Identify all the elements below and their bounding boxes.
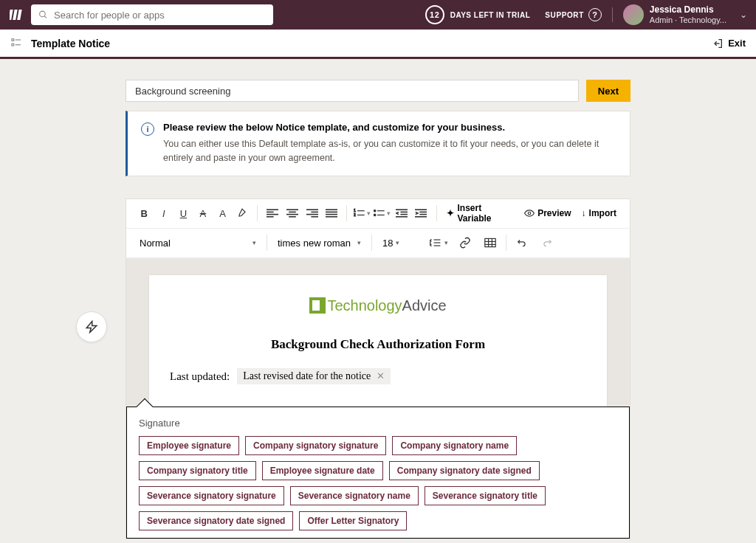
signature-tag[interactable]: Severance signatory title [425, 486, 546, 505]
paragraph-style-select[interactable]: Normal▾ [135, 235, 261, 252]
editor: B I U A A 12▾ ▾ ✦Insert Variable Preview… [126, 198, 630, 539]
align-left-button[interactable] [264, 204, 282, 223]
table-button[interactable] [481, 233, 500, 252]
undo-button[interactable] [512, 233, 532, 252]
user-menu[interactable]: Jessica Dennis Admin · Technology... ⌄ [623, 4, 747, 25]
info-icon: i [141, 122, 154, 136]
strikethrough-button[interactable]: A [194, 204, 213, 223]
unordered-list-button[interactable]: ▾ [373, 204, 391, 223]
insert-variable-button[interactable]: ✦Insert Variable [442, 203, 518, 224]
support-link[interactable]: SUPPORT ? [545, 8, 602, 21]
bold-button[interactable]: B [135, 204, 154, 223]
logo-text-1: Technology [327, 297, 402, 314]
notice-title: Please review the below Notice template,… [163, 122, 616, 133]
toolbar-format: B I U A A 12▾ ▾ ✦Insert Variable Preview… [126, 199, 630, 229]
trial-days-circle: 12 [425, 5, 444, 24]
lightning-icon [85, 320, 98, 333]
document-title: Background Check Authorization Form [170, 337, 586, 352]
last-updated-row: Last updated: Last revised date for the … [170, 368, 586, 384]
editor-canvas[interactable]: TechnologyAdvice Background Check Author… [126, 258, 630, 539]
variable-chip[interactable]: Last revised date for the notice ✕ [237, 368, 391, 384]
search-input[interactable] [54, 10, 266, 21]
signature-tag[interactable]: Severance signatory name [290, 486, 419, 505]
svg-text:1: 1 [354, 209, 356, 212]
signature-tag[interactable]: Employee signature date [262, 461, 383, 480]
signature-tag-list: Employee signatureCompany signatory sign… [139, 436, 617, 530]
signature-tag[interactable]: Company signatory title [139, 461, 256, 480]
top-bar: 12 DAYS LEFT IN TRIAL SUPPORT ? Jessica … [0, 0, 756, 30]
chevron-down-icon: ⌄ [740, 10, 747, 20]
align-right-button[interactable] [303, 204, 321, 223]
trial-indicator[interactable]: 12 DAYS LEFT IN TRIAL [425, 5, 531, 24]
signature-tag[interactable]: Company signatory name [392, 436, 517, 455]
quick-action-button[interactable] [76, 311, 107, 342]
variable-chip-label: Last revised date for the notice [243, 370, 371, 382]
link-button[interactable] [456, 233, 475, 252]
signature-tag[interactable]: Offer Letter Signatory [299, 511, 407, 530]
popover-title: Signature [139, 418, 617, 429]
align-center-button[interactable] [284, 204, 302, 223]
redo-button[interactable] [537, 233, 557, 252]
exit-icon [712, 38, 724, 49]
user-name: Jessica Dennis [650, 4, 726, 15]
svg-rect-45 [485, 238, 495, 246]
svg-text:2: 2 [354, 213, 356, 217]
svg-marker-7 [86, 322, 97, 333]
logo-text-2: Advice [402, 297, 447, 314]
user-role: Admin · Technology... [650, 15, 726, 25]
notice-body: You can either use this Default template… [163, 137, 616, 165]
divider [612, 7, 613, 22]
svg-point-0 [40, 11, 46, 17]
line-height-select[interactable]: ▾ [428, 238, 450, 248]
outdent-button[interactable] [392, 204, 410, 223]
signature-tag[interactable]: Severance signatory signature [139, 486, 284, 505]
help-icon: ? [588, 8, 602, 21]
title-row: Next [126, 80, 630, 102]
preview-button[interactable]: Preview [520, 208, 575, 218]
signature-popover: Signature Employee signatureCompany sign… [126, 407, 630, 539]
exit-label: Exit [728, 38, 746, 49]
avatar [623, 4, 644, 25]
text-color-button[interactable]: A [213, 204, 232, 223]
support-label: SUPPORT [545, 11, 584, 19]
svg-point-30 [374, 214, 375, 215]
company-logo: TechnologyAdvice [170, 297, 586, 317]
template-title-input[interactable] [126, 80, 579, 102]
signature-tag[interactable]: Company signatory signature [245, 436, 386, 455]
exit-button[interactable]: Exit [712, 38, 746, 49]
svg-rect-2 [12, 38, 14, 41]
page-title: Template Notice [31, 38, 712, 49]
toolbar-secondary: Normal▾ times new roman▾ 18▾ ▾ [126, 229, 630, 258]
search-icon [38, 10, 48, 20]
global-search[interactable] [31, 4, 273, 25]
import-button[interactable]: ↓Import [577, 208, 621, 218]
signature-tag[interactable]: Company signatory date signed [389, 461, 540, 480]
svg-rect-3 [12, 44, 14, 46]
underline-button[interactable]: U [174, 204, 193, 223]
last-updated-label: Last updated: [170, 370, 230, 383]
indent-button[interactable] [412, 204, 430, 223]
font-family-select[interactable]: times new roman▾ [273, 235, 365, 252]
svg-point-28 [374, 210, 375, 212]
highlight-button[interactable] [233, 204, 252, 223]
template-icon [10, 37, 24, 50]
page-body: Next i Please review the below Notice te… [0, 59, 756, 539]
trial-label: DAYS LEFT IN TRIAL [450, 11, 531, 19]
svg-point-40 [528, 212, 531, 215]
signature-tag[interactable]: Employee signature [139, 436, 239, 455]
logo-mark-icon [309, 297, 326, 314]
info-notice: i Please review the below Notice templat… [126, 111, 630, 176]
user-text: Jessica Dennis Admin · Technology... [650, 4, 726, 25]
signature-tag[interactable]: Severance signatory date signed [139, 511, 293, 530]
svg-line-1 [44, 16, 47, 18]
sub-header: Template Notice Exit [0, 30, 756, 59]
close-icon[interactable]: ✕ [377, 370, 385, 382]
next-button[interactable]: Next [586, 80, 630, 102]
ordered-list-button[interactable]: 12▾ [353, 204, 371, 223]
app-logo [9, 7, 24, 22]
font-size-select[interactable]: 18▾ [378, 235, 422, 252]
align-justify-button[interactable] [323, 204, 341, 223]
italic-button[interactable]: I [155, 204, 173, 223]
